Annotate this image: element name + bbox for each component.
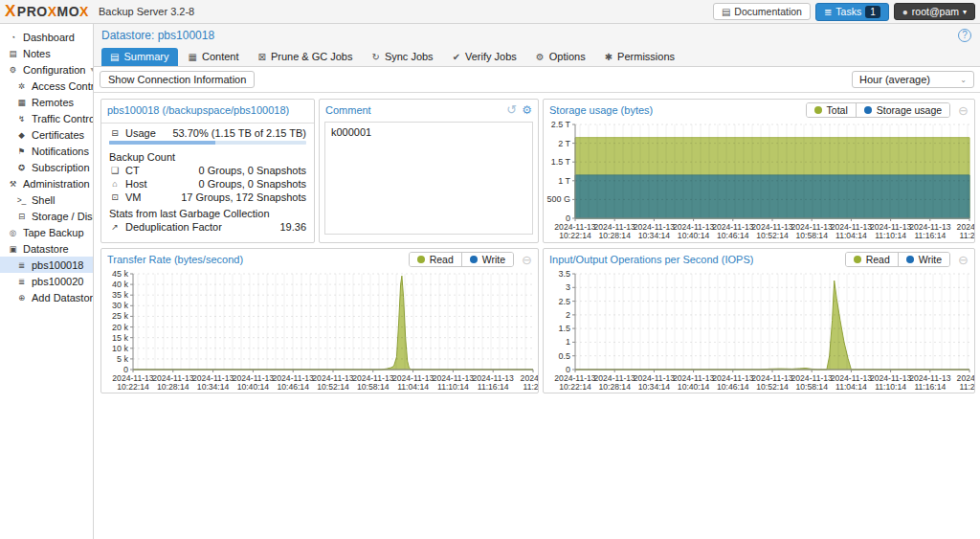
svg-text:40 k: 40 k — [112, 280, 129, 289]
host-icon: ⌂ — [109, 179, 121, 189]
undo-icon[interactable]: ↺ — [506, 102, 517, 117]
svg-text:11:10:14: 11:10:14 — [875, 231, 906, 240]
sidebar-item-shell[interactable]: >_Shell — [0, 191, 93, 208]
legend-label: Total — [827, 104, 848, 116]
legend-item-write[interactable]: Write — [898, 253, 949, 266]
svg-text:10:34:14: 10:34:14 — [638, 231, 671, 240]
tab-verify-jobs[interactable]: ✔Verify Jobs — [444, 48, 525, 66]
sidebar-item-storage-disks[interactable]: ⊟Storage / Disks — [0, 208, 93, 224]
tab-prune-gc-jobs[interactable]: ⊠Prune & GC Jobs — [250, 48, 362, 66]
sidebar-item-notes[interactable]: ▤Notes — [0, 45, 93, 61]
svg-text:20 k: 20 k — [112, 323, 129, 332]
comment-text[interactable]: k000001 — [324, 122, 533, 235]
svg-text:2: 2 — [566, 310, 570, 320]
tab-label: Content — [202, 51, 239, 62]
sidebar-item-dashboard[interactable]: ◔Dashboard — [0, 29, 93, 45]
documentation-button[interactable]: ▤ Documentation — [713, 3, 811, 20]
tab-sync-jobs[interactable]: ↻Sync Jobs — [363, 48, 441, 66]
tasks-button[interactable]: ≣ Tasks 1 — [815, 3, 889, 21]
sidebar-item-traffic-control[interactable]: ↯Traffic Control — [0, 110, 93, 126]
sidebar-item-label: pbs100018 — [32, 259, 83, 271]
sidebar-item-access-control[interactable]: ✲Access Control — [0, 78, 93, 94]
sidebar-item-label: Administration — [23, 178, 90, 190]
sidebar-item-administration[interactable]: ⚒Administration▾ — [0, 175, 93, 191]
svg-text:10:58:14: 10:58:14 — [357, 382, 390, 392]
legend-item-total[interactable]: Total — [807, 103, 856, 117]
sidebar-item-label: Tape Backup — [23, 227, 84, 238]
svg-text:10:40:14: 10:40:14 — [678, 231, 710, 240]
legend-label: Read — [866, 254, 890, 265]
gear-icon[interactable]: ⚙ — [522, 103, 532, 117]
sidebar-item-pbs100018[interactable]: ≣pbs100018 — [0, 257, 93, 273]
tab-label: Sync Jobs — [385, 51, 434, 62]
svg-text:10:28:14: 10:28:14 — [157, 382, 189, 392]
usage-row: ⊟ Usage 53.70% (1.15 TB of 2.15 TB) — [109, 127, 306, 139]
tab-label: Options — [549, 51, 586, 62]
backup-count-row-vm: ⊡VM17 Groups, 172 Snapshots — [109, 191, 306, 203]
dedup-row: ↗ Deduplication Factor 19.36 — [109, 221, 306, 233]
backup-count-rows: ❑CT0 Groups, 0 Snapshots⌂Host0 Groups, 0… — [109, 165, 306, 203]
tab-summary[interactable]: ▤Summary — [101, 48, 178, 66]
legend-item-write[interactable]: Write — [461, 253, 513, 266]
dashboard-body: pbs100018 (/backupspace/pbs100018) ⊟ Usa… — [94, 93, 980, 539]
sidebar-item-label: Notifications — [32, 146, 89, 157]
certificates-icon: ◆ — [16, 130, 27, 140]
storage-usage-legend: TotalStorage usage — [806, 102, 951, 118]
legend-dot — [470, 256, 478, 263]
svg-text:11:22: 11:22 — [960, 382, 974, 392]
sidebar-item-pbs100020[interactable]: ≣pbs100020 — [0, 273, 93, 289]
sidebar-item-certificates[interactable]: ◆Certificates — [0, 126, 93, 143]
show-connection-info-button[interactable]: Show Connection Information — [100, 71, 255, 88]
svg-text:10:22:14: 10:22:14 — [117, 382, 149, 392]
sidebar-item-notifications[interactable]: ⚑Notifications — [0, 143, 93, 159]
svg-text:10:46:14: 10:46:14 — [717, 231, 749, 240]
sidebar-item-tape-backup[interactable]: ◎Tape Backup — [0, 224, 93, 240]
range-select[interactable]: Hour (average) ⌄ — [852, 71, 974, 88]
legend-dot — [417, 256, 425, 263]
product-version: Backup Server 3.2-8 — [99, 6, 194, 17]
svg-text:1: 1 — [566, 337, 570, 347]
sync-jobs-icon: ↻ — [371, 52, 379, 62]
toolbar: Show Connection Information Hour (averag… — [94, 67, 980, 93]
usage-panel: pbs100018 (/backupspace/pbs100018) ⊟ Usa… — [100, 99, 315, 243]
svg-text:25 k: 25 k — [112, 311, 129, 321]
svg-text:10:46:14: 10:46:14 — [277, 382, 309, 392]
prune-gc-icon: ⊠ — [258, 52, 266, 62]
legend-item-read[interactable]: Read — [846, 253, 898, 266]
tasks-list-icon: ≣ — [824, 7, 832, 17]
svg-text:1.5 T: 1.5 T — [551, 157, 571, 167]
help-icon[interactable]: ? — [958, 29, 971, 42]
sidebar-item-subscription[interactable]: ✪Subscription — [0, 159, 93, 175]
svg-text:10:28:14: 10:28:14 — [598, 231, 631, 240]
collapse-icon[interactable]: ⊖ — [958, 253, 969, 267]
chevron-down-icon: ⌄ — [960, 76, 967, 84]
datastore-item-icon: ≣ — [16, 260, 27, 270]
sidebar-item-datastore[interactable]: ▣Datastore — [0, 240, 93, 257]
content-header: Datastore: pbs100018 ? ▤Summary▦Content⊠… — [94, 24, 980, 67]
svg-text:10:52:14: 10:52:14 — [756, 382, 789, 392]
backup-count-row-host: ⌂Host0 Groups, 0 Snapshots — [109, 178, 306, 190]
svg-text:10:40:14: 10:40:14 — [237, 382, 270, 392]
svg-text:3: 3 — [566, 282, 570, 292]
user-menu-button[interactable]: ● root@pam ▾ — [894, 3, 975, 20]
iops-legend: ReadWrite — [845, 252, 950, 267]
legend-item-storage-usage[interactable]: Storage usage — [856, 103, 949, 117]
tape-backup-icon: ◎ — [8, 228, 18, 237]
options-icon: ⚙ — [536, 52, 545, 62]
datastore-icon: ▣ — [8, 244, 18, 254]
collapse-icon[interactable]: ⊖ — [522, 253, 532, 267]
sidebar-item-remotes[interactable]: ▦Remotes — [0, 94, 93, 110]
backup-count-value: 0 Groups, 0 Snapshots — [198, 178, 306, 190]
content-icon: ▦ — [189, 52, 197, 62]
usage-progress-bar — [109, 141, 306, 145]
legend-label: Read — [430, 254, 454, 265]
legend-item-read[interactable]: Read — [410, 253, 461, 266]
tab-options[interactable]: ⚙Options — [527, 48, 594, 66]
tab-permissions[interactable]: ✱Permissions — [596, 48, 683, 66]
sidebar-item-add-datastore[interactable]: ⊕Add Datastore — [0, 289, 93, 305]
tab-content[interactable]: ▦Content — [180, 48, 248, 66]
collapse-icon[interactable]: ⊖ — [958, 103, 969, 118]
sidebar-item-configuration[interactable]: ⚙Configuration▾ — [0, 61, 93, 78]
usage-progress-fill — [109, 141, 215, 145]
svg-text:11:16:14: 11:16:14 — [478, 382, 509, 392]
